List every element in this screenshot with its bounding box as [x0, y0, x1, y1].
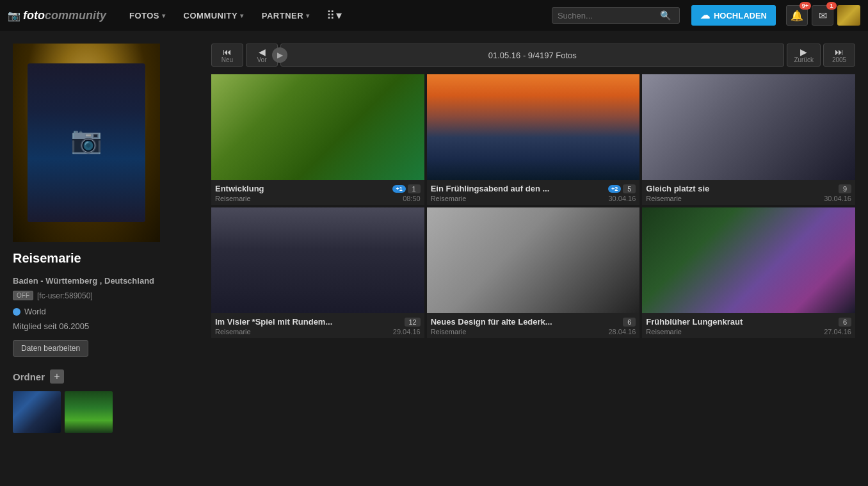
- nav-fotos[interactable]: FOTOS ▾: [123, 0, 172, 31]
- photo-date: 29.04.16: [393, 328, 421, 336]
- notifications-badge: 9+: [800, 2, 811, 10]
- prev-icon: ◀: [259, 47, 266, 56]
- world-indicator: World: [13, 307, 198, 316]
- comment-count: 12: [405, 318, 420, 327]
- photo-image: [642, 74, 855, 180]
- notifications-button[interactable]: 🔔 9+: [786, 5, 808, 26]
- upload-button[interactable]: ☁ HOCHLADEN: [691, 5, 776, 26]
- nav-2005-label: 2005: [832, 56, 846, 63]
- skip-end-icon: ⏭: [835, 47, 844, 56]
- photo-image: [211, 207, 424, 313]
- photo-title: Neues Design für alte Lederk...: [431, 317, 623, 327]
- member-since: Mitglied seit 06.2005: [13, 321, 198, 331]
- nav-fotos-label: FOTOS: [129, 11, 159, 20]
- photo-image: [211, 74, 424, 180]
- profile-name: Reisemarie: [13, 251, 198, 266]
- header: 📷 fotocommunity FOTOS ▾ COMMUNITY ▾ PART…: [0, 0, 868, 31]
- photo-title: Entwicklung: [215, 184, 392, 193]
- comment-count: 6: [623, 318, 636, 327]
- chevron-down-icon: ▾: [162, 12, 166, 19]
- new-badge: +1: [392, 185, 405, 193]
- photo-meta-row: Reisemarie 30.04.16: [646, 195, 851, 202]
- photo-meta-row: Reisemarie 30.04.16: [431, 195, 636, 202]
- photo-image: [427, 207, 640, 313]
- fc-user-id: [fc-user:589050]: [37, 291, 93, 300]
- chevron-down-icon: ▾: [306, 12, 310, 19]
- chevron-down-icon: ▾: [336, 8, 342, 22]
- photo-info: Neues Design für alte Lederk... 6 Reisem…: [427, 313, 640, 338]
- logo-text: fotocommunity: [23, 9, 106, 22]
- photo-date: 27.04.16: [824, 328, 851, 336]
- photo-title-row: Im Visier *Spiel mit Rundem... 12: [215, 317, 421, 327]
- nav-grid-button[interactable]: ⠿ ▾: [321, 8, 347, 22]
- upload-label: HOCHLADEN: [714, 11, 767, 20]
- photo-thumbnail: [427, 74, 640, 180]
- photo-thumbnail: [211, 207, 424, 313]
- profile-photo-image: [13, 44, 160, 242]
- comment-badge: 6: [623, 318, 636, 327]
- avatar: [837, 5, 860, 26]
- photo-title-row: Frühblüher Lungenkraut 6: [646, 317, 851, 327]
- photo-author: Reisemarie: [431, 195, 467, 202]
- photo-author: Reisemarie: [431, 328, 467, 336]
- date-display: ▶ 01.05.16 - 9/4197 Fotos: [280, 44, 784, 67]
- photo-title-row: Ein Frühlingsabend auf den ... +2 5: [431, 184, 636, 193]
- folder-thumb-2[interactable]: [65, 391, 113, 433]
- envelope-icon: ✉: [819, 10, 827, 22]
- folder-thumb-1[interactable]: [13, 391, 61, 433]
- photo-card[interactable]: Im Visier *Spiel mit Rundem... 12 Reisem…: [211, 207, 424, 338]
- photo-thumbnail: [211, 74, 424, 180]
- ordner-add-button[interactable]: +: [50, 369, 64, 384]
- edit-profile-button[interactable]: Daten bearbeiten: [13, 340, 88, 357]
- photo-card[interactable]: Entwicklung +1 1 Reisemarie 08:50: [211, 74, 424, 205]
- next-icon: ▶: [800, 47, 807, 56]
- folder-thumb-city-image: [13, 391, 61, 433]
- photo-thumbnail: [427, 207, 640, 313]
- photo-info: Gleich platzt sie 9 Reisemarie 30.04.16: [642, 180, 855, 205]
- chevron-down-icon: ▾: [240, 12, 244, 19]
- avatar-button[interactable]: [837, 5, 860, 26]
- camera-icon: 📷: [8, 10, 20, 22]
- photo-title: Ein Frühlingsabend auf den ...: [431, 184, 608, 193]
- world-dot-icon: [13, 308, 20, 316]
- nav-vor-label: Vor: [257, 56, 266, 63]
- nav-community[interactable]: COMMUNITY ▾: [177, 0, 250, 31]
- photo-date: 28.04.16: [609, 328, 636, 336]
- profile-photo[interactable]: [13, 44, 160, 242]
- photo-title-row: Gleich platzt sie 9: [646, 184, 851, 193]
- photo-image: [427, 74, 640, 180]
- comment-count: 1: [408, 184, 421, 193]
- photo-info: Im Visier *Spiel mit Rundem... 12 Reisem…: [211, 313, 424, 338]
- nav-zuruck-label: Zurück: [794, 56, 814, 63]
- search-icon[interactable]: 🔍: [660, 10, 671, 20]
- photo-meta-row: Reisemarie 08:50: [215, 195, 421, 202]
- photo-card[interactable]: Gleich platzt sie 9 Reisemarie 30.04.16: [642, 74, 855, 205]
- photo-author: Reisemarie: [646, 195, 682, 202]
- play-button[interactable]: ▶: [272, 47, 287, 63]
- nav-partner[interactable]: PARTNER ▾: [255, 0, 316, 31]
- photo-info: Ein Frühlingsabend auf den ... +2 5 Reis…: [427, 180, 640, 205]
- photo-card[interactable]: Frühblüher Lungenkraut 6 Reisemarie 27.0…: [642, 207, 855, 338]
- nav-neu-label: Neu: [221, 56, 233, 63]
- photo-section: ⏮ Neu ◀ Vor ▶ 01.05.16 - 9/4197 Fotos ▶ …: [211, 44, 855, 433]
- photo-grid: Entwicklung +1 1 Reisemarie 08:50 Ein Fr…: [211, 74, 855, 338]
- nav-neu-button[interactable]: ⏮ Neu: [211, 44, 243, 67]
- comment-badge: 9: [839, 184, 851, 193]
- logo[interactable]: 📷 fotocommunity: [8, 9, 106, 22]
- folder-thumbnails: [13, 391, 198, 433]
- comment-badge: 12: [405, 318, 420, 327]
- messages-button[interactable]: ✉ 1: [812, 5, 833, 26]
- bell-icon: 🔔: [791, 10, 803, 22]
- search-input[interactable]: [558, 11, 660, 20]
- nav-zuruck-button[interactable]: ▶ Zurück: [787, 44, 821, 67]
- photo-card[interactable]: Ein Frühlingsabend auf den ... +2 5 Reis…: [427, 74, 640, 205]
- folder-thumb-waterfall-image: [65, 391, 113, 433]
- photo-card[interactable]: Neues Design für alte Lederk... 6 Reisem…: [427, 207, 640, 338]
- nav-2005-button[interactable]: ⏭ 2005: [823, 44, 855, 67]
- search-bar: 🔍: [552, 7, 680, 24]
- nav-partner-label: PARTNER: [262, 11, 303, 20]
- date-text: 01.05.16 - 9/4197 Fotos: [488, 51, 577, 60]
- photo-date: 08:50: [403, 195, 421, 202]
- photo-meta-row: Reisemarie 28.04.16: [431, 328, 636, 336]
- photo-title: Frühblüher Lungenkraut: [646, 317, 839, 327]
